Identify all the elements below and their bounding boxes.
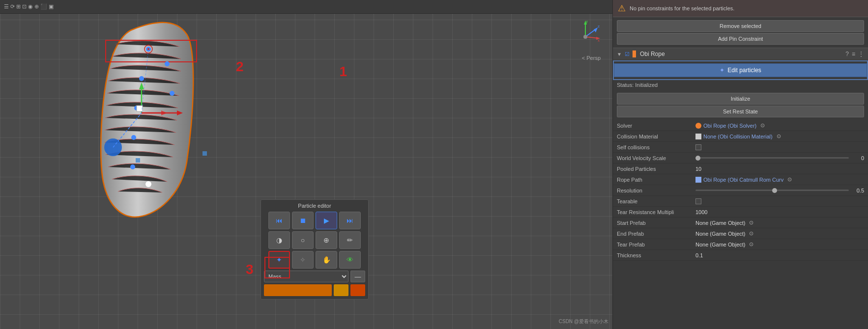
edit-particles-label: Edit particles: [727, 67, 761, 74]
svg-rect-31: [136, 158, 140, 163]
resolution-slider[interactable]: [695, 190, 849, 191]
prop-world-velocity-scale-label: World Velocity Scale: [617, 155, 695, 161]
prop-self-collisions: Self collisions: [613, 142, 868, 153]
svg-rect-26: [137, 106, 143, 111]
more-icon[interactable]: ⋮: [858, 51, 864, 57]
tear-prefab-target[interactable]: ⊙: [749, 241, 753, 247]
prop-end-prefab-value: None (Game Object) ⊙: [695, 230, 864, 237]
prop-end-prefab: End Prefab None (Game Object) ⊙: [613, 228, 868, 239]
help-icon[interactable]: ?: [845, 51, 849, 57]
resolution-thumb[interactable]: [772, 188, 777, 193]
prop-tear-resistance-value: 1000: [695, 209, 864, 215]
crosshair-button[interactable]: ⊕: [316, 231, 337, 249]
inspector-scroll: ✦ Edit particles Status: Initialized Ini…: [613, 60, 868, 329]
prop-thickness-label: Thickness: [617, 252, 695, 258]
prop-tear-prefab-value: None (Game Object) ⊙: [695, 241, 864, 247]
solver-target[interactable]: ⊙: [760, 122, 765, 129]
state-buttons-group: Initialize Set Rest State: [613, 90, 868, 120]
end-prefab-link[interactable]: None (Game Object): [695, 231, 745, 237]
prop-resolution-label: Resolution: [617, 188, 695, 193]
prop-resolution: Resolution 0.5: [613, 185, 868, 196]
section-actions: ? ≡ ⋮: [845, 51, 864, 57]
play-button[interactable]: ▶: [316, 212, 337, 229]
pen-button[interactable]: ✏: [339, 231, 361, 249]
annotation-2: 2: [236, 59, 244, 75]
orange2-button[interactable]: [334, 284, 348, 296]
info-icon: ⚠: [618, 3, 626, 14]
annotation-3: 3: [246, 262, 254, 277]
orange-button[interactable]: [264, 284, 332, 296]
rope-path-link[interactable]: Obi Rope (Obi Catmull Rom Curv: [703, 177, 783, 183]
svg-rect-32: [203, 151, 207, 156]
prop-tear-resistance-label: Tear Resistance Multipli: [617, 209, 695, 215]
prop-pooled-particles: Pooled Particles 10: [613, 164, 868, 174]
prop-self-collisions-value: [695, 144, 864, 150]
prop-solver: Solver Obi Rope (Obi Solver) ⊙: [613, 120, 868, 131]
svg-point-12: [139, 76, 144, 81]
tearable-checkbox[interactable]: [695, 198, 701, 204]
circle-button[interactable]: ○: [292, 231, 314, 249]
mass-select[interactable]: Mass: [264, 271, 348, 282]
red-orange-button[interactable]: [350, 284, 365, 296]
star-deselect-button[interactable]: ✧: [292, 251, 314, 269]
color-buttons-row: [264, 284, 365, 296]
insp-buttons-group: Remove selected Add Pin Constraint: [613, 17, 868, 48]
world-velocity-thumb[interactable]: [695, 156, 700, 161]
mass-select-row: Mass —: [264, 271, 365, 282]
edit-particles-button[interactable]: ✦ Edit particles: [614, 63, 867, 77]
rope-path-target[interactable]: ⊙: [787, 176, 792, 183]
prop-solver-label: Solver: [617, 123, 695, 129]
rope-svg: [69, 15, 236, 231]
start-prefab-target[interactable]: ⊙: [749, 219, 753, 226]
info-bar: ⚠ No pin constraints for the selected pa…: [613, 0, 868, 17]
svg-text:y: y: [586, 20, 588, 24]
svg-marker-4: [594, 27, 598, 32]
status-text: Status: Initialized: [617, 82, 658, 88]
solver-link[interactable]: Obi Rope (Obi Solver): [703, 123, 756, 129]
world-velocity-slider[interactable]: [695, 157, 849, 159]
stop-button[interactable]: ⏹: [292, 212, 314, 229]
remove-selected-button[interactable]: Remove selected: [617, 20, 864, 32]
particle-editor-title: Particle editor: [264, 203, 365, 209]
fast-forward-button[interactable]: ⏭: [339, 212, 361, 229]
info-message: No pin constraints for the selected part…: [630, 5, 734, 11]
collision-material-icon: [695, 134, 701, 139]
eye-button[interactable]: 👁: [339, 251, 361, 269]
rewind-button[interactable]: ⏮: [268, 212, 290, 229]
collision-material-target[interactable]: ⊙: [777, 133, 781, 139]
prop-start-prefab-label: Start Prefab: [617, 220, 695, 226]
selection-row: ✦ ✧ ✋ 👁: [264, 251, 365, 269]
edit-particles-container: ✦ Edit particles: [613, 60, 868, 80]
prop-solver-value: Obi Rope (Obi Solver) ⊙: [695, 122, 864, 129]
initialize-button[interactable]: Initialize: [617, 93, 864, 105]
persp-label: < Persp: [582, 55, 601, 61]
enable-checkbox[interactable]: ☑: [625, 51, 630, 57]
transport-row: ⏮ ⏹ ▶ ⏭: [264, 212, 365, 229]
prop-collision-material-label: Collision Material: [617, 134, 695, 139]
collision-material-link[interactable]: None (Obi Collision Material): [703, 134, 773, 139]
prop-pooled-particles-label: Pooled Particles: [617, 166, 695, 172]
svg-point-16: [165, 61, 170, 66]
star-select-button[interactable]: ✦: [268, 251, 290, 269]
resolution-val: 0.5: [852, 188, 864, 193]
prop-collision-material-value: None (Obi Collision Material) ⊙: [695, 133, 864, 139]
prop-resolution-value: 0.5: [695, 188, 864, 193]
collapse-arrow[interactable]: ▼: [617, 52, 622, 57]
set-rest-state-button[interactable]: Set Rest State: [617, 106, 864, 117]
tear-prefab-link[interactable]: None (Game Object): [695, 242, 745, 247]
svg-point-17: [170, 91, 174, 96]
tear-resistance-val: 1000: [695, 209, 707, 215]
prop-world-velocity-scale: World Velocity Scale 0: [613, 153, 868, 164]
prop-start-prefab: Start Prefab None (Game Object) ⊙: [613, 218, 868, 228]
start-prefab-link[interactable]: None (Game Object): [695, 220, 745, 226]
section-title: Obi Rope: [640, 51, 842, 57]
add-pin-button[interactable]: Add Pin Constraint: [617, 33, 864, 45]
particle-editor-panel: Particle editor ⏮ ⏹ ▶ ⏭ ◑ ○ ⊕ ✏ ✦ ✧ ✋ 👁 …: [260, 199, 369, 300]
self-collisions-checkbox[interactable]: [695, 144, 701, 150]
hand-button[interactable]: ✋: [316, 251, 337, 269]
end-prefab-target[interactable]: ⊙: [749, 230, 753, 237]
dash-button[interactable]: —: [350, 271, 365, 282]
settings-icon[interactable]: ≡: [852, 51, 855, 57]
half-circle-button[interactable]: ◑: [268, 231, 290, 249]
thickness-val: 0.1: [695, 252, 703, 258]
